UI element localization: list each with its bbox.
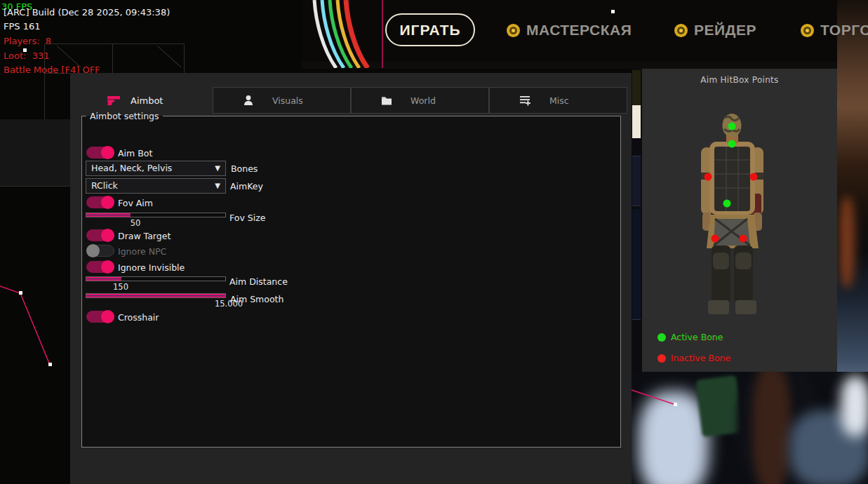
inactive-bone-dot — [657, 354, 666, 363]
aim-smooth-value: 15.000 — [208, 299, 250, 309]
aim-distance-value: 150 — [100, 282, 142, 292]
bones-dropdown[interactable]: Head, Neck, Pelvis ▼ — [86, 161, 226, 176]
crosshair-toggle[interactable] — [86, 311, 114, 323]
chevron-down-icon: ▼ — [215, 161, 220, 175]
hitbox-dot-right-shoulder — [750, 173, 758, 181]
legend-label: Active Bone — [671, 332, 723, 342]
tab-visuals[interactable]: Visuals — [213, 87, 351, 114]
fov-aim-toggle[interactable] — [86, 196, 114, 208]
hud-loot-label: Loot: 331 — [4, 51, 49, 61]
slider-fill — [86, 213, 131, 217]
tab-world[interactable]: World — [351, 87, 489, 114]
esp-vertex-square — [611, 10, 615, 13]
slider-fill — [86, 294, 225, 297]
player-model-preview — [642, 69, 837, 321]
crosshair-label: Crosshair — [118, 312, 159, 323]
legend-active-bone: Active Bone — [657, 332, 723, 342]
toggle-knob — [101, 260, 114, 274]
ignore-npc-toggle[interactable] — [86, 245, 114, 257]
esp-vertex-square — [674, 403, 677, 406]
hud-build-label: [ARC] Build (Dec 28 2025, 09:43:38) — [4, 7, 170, 18]
aimbot-settings-group: Aimbot settings Aim Bot Head, Neck, Pelv… — [81, 111, 621, 448]
coin-icon — [507, 24, 520, 37]
bones-dropdown-value: Head, Neck, Pelvis — [91, 161, 172, 175]
active-bone-dot — [657, 333, 666, 342]
aimkey-label: AimKey — [230, 181, 263, 191]
menu-item-label: ТОРГО — [820, 22, 868, 39]
menu-item-label: МАСТЕРСКАЯ — [526, 22, 632, 39]
aimkey-dropdown[interactable]: RClick ▼ — [86, 178, 226, 194]
hitbox-dot-pelvis — [723, 200, 731, 208]
aim-bot-toggle[interactable] — [86, 147, 114, 159]
folder-icon — [381, 95, 392, 105]
tab-bar: Aimbot Visuals World Misc — [70, 87, 632, 114]
hud-players-label: Players: 8 — [4, 36, 51, 46]
legend-label: Inactive Bone — [671, 353, 730, 363]
draw-target-toggle[interactable] — [86, 229, 114, 241]
slider-fill — [86, 277, 121, 281]
toggle-knob — [101, 229, 114, 242]
aim-bot-label: Aim Bot — [118, 148, 152, 159]
esp-vertex-square — [23, 48, 27, 52]
fov-aim-label: Fov Aim — [118, 198, 153, 208]
aim-smooth-slider[interactable] — [86, 293, 226, 298]
hitbox-dot-left-thigh — [712, 235, 719, 243]
toggle-knob — [101, 196, 114, 209]
menu-item-workshop[interactable]: МАСТЕРСКАЯ — [507, 21, 632, 39]
tab-label: World — [410, 95, 436, 106]
aim-distance-slider[interactable] — [86, 276, 226, 281]
draw-target-label: Draw Target — [118, 231, 171, 241]
fov-size-slider[interactable] — [86, 213, 226, 217]
hitbox-dot-neck — [728, 140, 736, 148]
esp-vertex-square — [19, 291, 22, 295]
tab-label: Aimbot — [131, 95, 163, 106]
fov-size-label: Fov Size — [229, 213, 265, 223]
ignore-invisible-label: Ignore Invisible — [118, 262, 185, 273]
chevron-down-icon: ▼ — [215, 179, 220, 193]
esp-vertex-square — [48, 363, 52, 366]
gun-icon — [107, 95, 121, 106]
hitbox-dot-right-thigh — [740, 235, 747, 243]
menu-item-trade[interactable]: ТОРГО — [801, 21, 868, 39]
tab-aimbot[interactable]: Aimbot — [70, 87, 213, 114]
menu-item-label: РЕЙДЕР — [694, 22, 756, 39]
toggle-knob — [101, 146, 114, 159]
play-button[interactable]: ИГРАТЬ — [385, 13, 475, 46]
coin-icon — [801, 24, 814, 37]
hud-fps-label: FPS 161 — [4, 21, 41, 32]
aim-distance-label: Aim Distance — [229, 276, 288, 287]
bones-label: Bones — [231, 163, 258, 174]
aim-hitbox-panel: Aim HitBox Points — [642, 69, 837, 372]
ignore-invisible-toggle[interactable] — [86, 261, 114, 273]
coin-icon — [674, 24, 688, 37]
toggle-knob — [86, 244, 100, 257]
group-title: Aimbot settings — [86, 111, 163, 121]
hitbox-dot-head — [728, 123, 736, 130]
toggle-knob — [101, 310, 114, 323]
menu-item-raider[interactable]: РЕЙДЕР — [674, 21, 756, 39]
ignore-npc-label: Ignore NPC — [118, 246, 166, 257]
person-icon — [243, 95, 254, 106]
cheat-menu-panel: Aimbot Visuals World Misc — [70, 73, 632, 484]
aimkey-dropdown-value: RClick — [91, 179, 118, 193]
tab-label: Misc — [549, 95, 569, 106]
hitbox-dot-left-shoulder — [705, 173, 712, 181]
playlist-add-icon — [519, 95, 531, 106]
tab-misc[interactable]: Misc — [489, 87, 627, 114]
legend-inactive-bone: Inactive Bone — [657, 353, 730, 363]
fov-size-value: 50 — [114, 218, 156, 228]
tab-label: Visuals — [272, 95, 303, 106]
